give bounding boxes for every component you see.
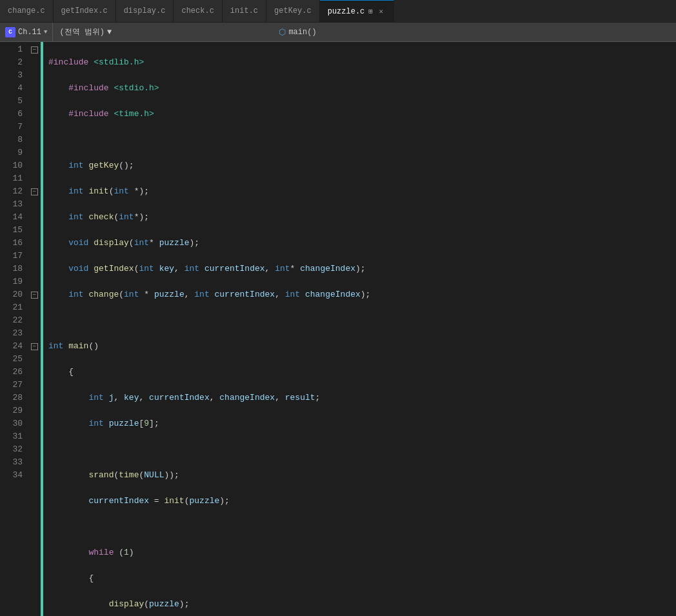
gutter-6 — [29, 108, 41, 121]
tab-label: display.c — [124, 6, 166, 15]
line-num-31: 31 — [0, 430, 23, 443]
tab-label: check.c — [181, 6, 214, 15]
line-num-17: 17 — [0, 250, 23, 263]
gutter-11 — [29, 172, 41, 185]
gutter-23 — [29, 327, 41, 340]
gutter-25 — [29, 353, 41, 366]
gutter-26 — [29, 366, 41, 379]
gutter-31 — [29, 430, 41, 443]
line-num-30: 30 — [0, 417, 23, 430]
tab-display-c[interactable]: display.c — [116, 0, 174, 22]
gutter-10 — [29, 159, 41, 172]
gutter-27 — [29, 379, 41, 392]
line-num-2: 2 — [0, 56, 23, 69]
chapter-dropdown[interactable]: C Ch.11 ▼ — [0, 23, 52, 41]
code-line-19 — [48, 521, 676, 533]
code-line-14: int j, key, currentIndex, changeIndex, r… — [48, 392, 676, 404]
gutter-29 — [29, 404, 41, 417]
code-line-12: int main() — [48, 340, 676, 353]
gutter-28 — [29, 392, 41, 404]
line-num-13: 13 — [0, 198, 23, 211]
close-icon[interactable]: ✕ — [377, 7, 386, 16]
gutter-16 — [29, 237, 41, 250]
line-num-22: 22 — [0, 314, 23, 327]
gutter: − − − − — [29, 42, 41, 616]
code-line-1: #include <stdlib.h> — [48, 56, 676, 69]
code-content[interactable]: #include <stdlib.h> #include <stdio.h> #… — [43, 42, 676, 616]
gutter-5 — [29, 95, 41, 108]
line-num-18: 18 — [0, 263, 23, 275]
gutter-9 — [29, 146, 41, 159]
pin-icon: ⊞ — [368, 7, 373, 15]
code-line-10: int change(int * puzzle, int currentInde… — [48, 288, 676, 301]
gutter-4 — [29, 82, 41, 95]
scope-dropdown[interactable]: (전역 범위) ▼ — [53, 23, 272, 41]
gutter-17 — [29, 250, 41, 263]
code-line-17: srand(time(NULL)); — [48, 469, 676, 482]
fold-box-20[interactable]: − — [31, 292, 38, 299]
gutter-3 — [29, 69, 41, 82]
line-num-1: 1 — [0, 43, 23, 56]
line-num-33: 33 — [0, 456, 23, 469]
line-num-16: 16 — [0, 237, 23, 250]
code-line-6: int init(int *); — [48, 185, 676, 198]
code-line-16 — [48, 443, 676, 456]
fold-12[interactable]: − — [29, 185, 41, 198]
fold-20[interactable]: − — [29, 288, 41, 301]
scope-label: (전역 범위) — [59, 26, 104, 37]
gutter-33 — [29, 456, 41, 469]
line-num-3: 3 — [0, 69, 23, 82]
chapter-icon: C — [5, 27, 15, 37]
fold-box-12[interactable]: − — [31, 188, 38, 195]
code-line-7: int check(int*); — [48, 211, 676, 224]
code-line-21: { — [48, 572, 676, 585]
line-num-8: 8 — [0, 134, 23, 146]
toolbar-chapter-section: C Ch.11 ▼ — [0, 23, 53, 41]
gutter-32 — [29, 443, 41, 456]
line-num-12: 12 — [0, 185, 23, 198]
line-num-9: 9 — [0, 146, 23, 159]
fold-1[interactable]: − — [29, 43, 41, 56]
toolbar: C Ch.11 ▼ (전역 범위) ▼ ⬡ main() — [0, 23, 676, 42]
fold-box-1[interactable]: − — [31, 46, 38, 54]
line-num-28: 28 — [0, 392, 23, 404]
line-num-7: 7 — [0, 121, 23, 134]
code-line-9: void getIndex(int key, int currentIndex,… — [48, 263, 676, 275]
tab-getkey-c[interactable]: getKey.c — [266, 0, 320, 22]
code-line-13: { — [48, 366, 676, 379]
fold-24[interactable]: − — [29, 340, 41, 353]
line-num-27: 27 — [0, 379, 23, 392]
tab-getindex-c[interactable]: getIndex.c — [54, 0, 116, 22]
code-line-5: int getKey(); — [48, 159, 676, 172]
tab-label: getIndex.c — [61, 6, 108, 15]
tab-change-c[interactable]: change.c — [0, 0, 54, 22]
code-line-20: while (1) — [48, 546, 676, 559]
code-line-2: #include <stdio.h> — [48, 82, 676, 95]
line-num-14: 14 — [0, 211, 23, 224]
line-num-10: 10 — [0, 159, 23, 172]
tab-check-c[interactable]: check.c — [174, 0, 222, 22]
line-num-6: 6 — [0, 108, 23, 121]
tab-label: puzzle.c — [328, 7, 365, 16]
gutter-34 — [29, 469, 41, 482]
tab-label: init.c — [230, 6, 258, 15]
code-line-4 — [48, 134, 676, 146]
func-label: main() — [288, 28, 316, 37]
fold-box-24[interactable]: − — [31, 343, 38, 350]
line-num-11: 11 — [0, 172, 23, 185]
line-num-19: 19 — [0, 275, 23, 288]
code-line-11 — [48, 314, 676, 327]
tab-puzzle-c[interactable]: puzzle.c ⊞ ✕ — [320, 0, 394, 22]
gutter-14 — [29, 211, 41, 224]
line-num-23: 23 — [0, 327, 23, 340]
code-line-22: display(puzzle); — [48, 598, 676, 611]
gutter-19 — [29, 275, 41, 288]
func-dropdown[interactable]: ⬡ main() — [272, 23, 323, 41]
tab-init-c[interactable]: init.c — [223, 0, 266, 22]
gutter-30 — [29, 417, 41, 430]
line-num-4: 4 — [0, 82, 23, 95]
chevron-down-icon: ▼ — [44, 29, 47, 35]
gutter-18 — [29, 263, 41, 275]
line-num-5: 5 — [0, 95, 23, 108]
gutter-15 — [29, 224, 41, 237]
